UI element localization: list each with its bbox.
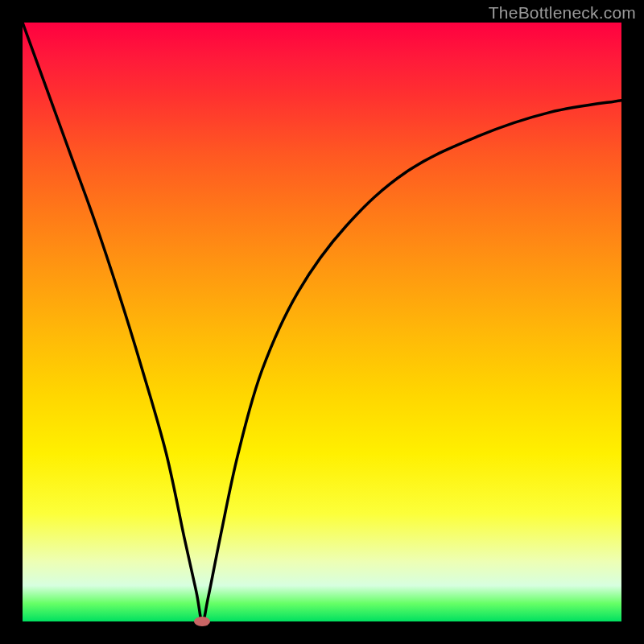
chart-frame: TheBottleneck.com bbox=[0, 0, 644, 644]
plot-area bbox=[23, 23, 621, 621]
watermark-text: TheBottleneck.com bbox=[489, 3, 636, 23]
bottleneck-curve bbox=[23, 23, 621, 621]
min-point-marker bbox=[194, 617, 210, 626]
